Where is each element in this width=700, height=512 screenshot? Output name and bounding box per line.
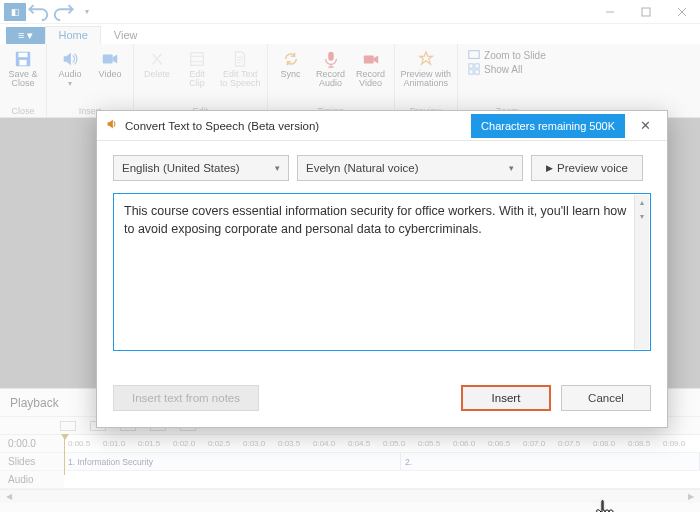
cancel-button[interactable]: Cancel	[561, 385, 651, 411]
textarea-scrollbar[interactable]: ▴ ▾	[634, 195, 649, 349]
language-value: English (United States)	[122, 162, 240, 174]
dialog-titlebar: Convert Text to Speech (Beta version) Ch…	[97, 111, 667, 141]
dialog-title: Convert Text to Speech (Beta version)	[125, 120, 319, 132]
dialog-close-button[interactable]: ✕	[631, 112, 659, 140]
tts-text-input[interactable]	[114, 194, 650, 350]
voice-select[interactable]: Evelyn (Natural voice) ▾	[297, 155, 523, 181]
text-input-wrapper: ▴ ▾	[113, 193, 651, 351]
preview-voice-button[interactable]: ▶ Preview voice	[531, 155, 643, 181]
preview-voice-label: Preview voice	[557, 162, 628, 174]
scroll-down-icon[interactable]: ▾	[635, 209, 649, 223]
insert-from-notes-button[interactable]: Insert text from notes	[113, 385, 259, 411]
voice-value: Evelyn (Natural voice)	[306, 162, 418, 174]
scroll-up-icon[interactable]: ▴	[635, 195, 649, 209]
chevron-down-icon: ▾	[275, 163, 280, 173]
insert-button[interactable]: Insert	[461, 385, 551, 411]
tts-dialog: Convert Text to Speech (Beta version) Ch…	[96, 110, 668, 428]
characters-remaining-badge: Characters remaining 500K	[471, 114, 625, 138]
play-icon: ▶	[546, 163, 553, 173]
tts-icon	[105, 117, 119, 135]
chevron-down-icon: ▾	[509, 163, 514, 173]
language-select[interactable]: English (United States) ▾	[113, 155, 289, 181]
